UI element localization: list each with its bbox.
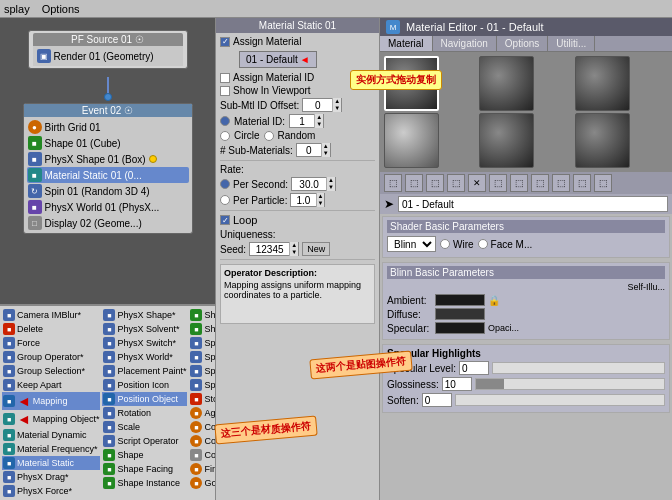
op-physx-drag[interactable]: ■ PhysX Drag* <box>2 470 100 484</box>
op-rotation[interactable]: ■ Rotation <box>102 406 187 420</box>
mat-id-arrows[interactable]: ▲ ▼ <box>314 114 323 128</box>
show-viewport-checkbox[interactable] <box>220 86 230 96</box>
seed-spin[interactable]: 12345 ▲ ▼ <box>249 242 299 256</box>
toolbar-btn-9[interactable]: ⬚ <box>552 174 570 192</box>
menu-splay[interactable]: splay <box>4 3 30 15</box>
mat-name-input[interactable] <box>398 196 668 212</box>
spin-down[interactable]: ▼ <box>333 105 341 112</box>
op-script-operator[interactable]: ■ Script Operator <box>102 434 187 448</box>
op-material-static[interactable]: ■ Material Static <box>2 456 100 470</box>
spec-level-input[interactable] <box>459 361 489 375</box>
op-physx-shape[interactable]: ■ PhysX Shape* <box>102 308 187 322</box>
op-scale[interactable]: ■ Scale <box>102 420 187 434</box>
toolbar-btn-1[interactable]: ⬚ <box>384 174 402 192</box>
random-radio[interactable] <box>264 131 274 141</box>
ambient-swatch[interactable] <box>435 294 485 306</box>
op-shape-plus[interactable]: ■ Shape Plus* <box>189 322 215 336</box>
op-group-operator[interactable]: ■ Group Operator* <box>2 350 100 364</box>
event-node[interactable]: Event 02 ☉ ● Birth Grid 01 ■ Shape 01 (C… <box>23 103 193 234</box>
per-second-radio[interactable] <box>220 179 230 189</box>
assign-material-checkbox[interactable]: ✓ <box>220 37 230 47</box>
per-particle-up[interactable]: ▲ <box>317 193 325 200</box>
toolbar-btn-10[interactable]: ⬚ <box>573 174 591 192</box>
assign-btn[interactable]: 01 - Default ◄ <box>239 51 317 68</box>
sub-materials-spin[interactable]: 0 ▲ ▼ <box>296 143 331 157</box>
soften-slider[interactable] <box>455 394 665 406</box>
sub-materials-arrows[interactable]: ▲ ▼ <box>321 143 330 157</box>
per-particle-down[interactable]: ▼ <box>317 200 325 207</box>
new-button[interactable]: New <box>302 242 330 256</box>
op-shape-facing[interactable]: ■ Shape Facing <box>102 462 187 476</box>
sphere-6[interactable] <box>575 113 630 168</box>
op-physx-solvent[interactable]: ■ PhysX Solvent* <box>102 322 187 336</box>
op-keep-apart[interactable]: ■ Keep Apart <box>2 378 100 392</box>
op-stop[interactable]: ■ Stop* <box>189 392 215 406</box>
tab-navigation[interactable]: Navigation <box>433 36 497 51</box>
loop-checkbox[interactable]: ✓ <box>220 215 230 225</box>
mat-id-down[interactable]: ▼ <box>315 121 323 128</box>
seed-arrows[interactable]: ▲ ▼ <box>289 242 298 256</box>
op-speed[interactable]: ■ Speed <box>189 336 215 350</box>
material-static-row[interactable]: ■ Material Static 01 (0... <box>27 167 189 183</box>
mat-id-spin[interactable]: 1 ▲ ▼ <box>289 114 324 128</box>
op-age-test[interactable]: ■ Age Test <box>189 406 215 420</box>
circle-radio[interactable] <box>220 131 230 141</box>
toolbar-btn-3[interactable]: ⬚ <box>426 174 444 192</box>
op-shape-instance[interactable]: ■ Shape Instance <box>102 476 187 490</box>
sub-mat-down[interactable]: ▼ <box>322 150 330 157</box>
op-force[interactable]: ■ Force <box>2 336 100 350</box>
op-delete[interactable]: ■ Delete <box>2 322 100 336</box>
op-placement-paint[interactable]: ■ Placement Paint* <box>102 364 187 378</box>
shader-select[interactable]: Blinn <box>387 236 436 252</box>
op-position-object[interactable]: ■ Position Object <box>102 392 187 406</box>
op-copy-out[interactable]: ■ Copy Out* <box>189 448 215 462</box>
op-physx-force[interactable]: ■ PhysX Force* <box>2 484 100 498</box>
tab-options[interactable]: Options <box>497 36 548 51</box>
op-material-frequency[interactable]: ■ Material Frequency* <box>2 442 100 456</box>
op-mapping[interactable]: ■ ◄ Mapping <box>2 392 100 410</box>
toolbar-btn-8[interactable]: ⬚ <box>531 174 549 192</box>
op-physx-world[interactable]: ■ PhysX World* <box>102 350 187 364</box>
menu-options[interactable]: Options <box>42 3 80 15</box>
sphere-3[interactable] <box>575 56 630 111</box>
sub-mat-up[interactable]: ▲ <box>322 143 330 150</box>
seed-up[interactable]: ▲ <box>290 242 298 249</box>
op-go-to-rotation[interactable]: ■ Go To Rotation <box>189 476 215 490</box>
op-position-icon[interactable]: ■ Position Icon <box>102 378 187 392</box>
sphere-5[interactable] <box>479 113 534 168</box>
specular-swatch[interactable] <box>435 322 485 334</box>
tab-utilities[interactable]: Utiliti... <box>548 36 595 51</box>
sphere-4[interactable] <box>384 113 439 168</box>
sphere-2[interactable] <box>479 56 534 111</box>
op-group-selection[interactable]: ■ Group Selection* <box>2 364 100 378</box>
op-physx-switch[interactable]: ■ PhysX Switch* <box>102 336 187 350</box>
sub-mtl-offset-spin[interactable]: 0 ▲ ▼ <box>302 98 342 112</box>
op-collision-spawn[interactable]: ■ Collision Spawn <box>189 434 215 448</box>
assign-mat-id-checkbox[interactable] <box>220 73 230 83</box>
op-find-target[interactable]: ■ Find Target <box>189 462 215 476</box>
op-shape[interactable]: ■ Shape <box>102 448 187 462</box>
per-second-down[interactable]: ▼ <box>327 184 335 191</box>
op-collision[interactable]: ■ Collision <box>189 420 215 434</box>
glossiness-input[interactable] <box>442 377 472 391</box>
face-radio[interactable] <box>478 239 488 249</box>
op-shape-mark[interactable]: ■ Shape Mark <box>189 308 215 322</box>
sphere-1[interactable] <box>384 56 439 111</box>
per-second-arrows[interactable]: ▲ ▼ <box>326 177 335 191</box>
toolbar-btn-7[interactable]: ⬚ <box>510 174 528 192</box>
per-particle-radio[interactable] <box>220 195 230 205</box>
diffuse-swatch[interactable] <box>435 308 485 320</box>
op-speed-by-surface[interactable]: ■ Speed By Surface <box>189 364 215 378</box>
op-speed-by-icon[interactable]: ■ Speed By Icon <box>189 350 215 364</box>
toolbar-btn-5[interactable]: ✕ <box>468 174 486 192</box>
op-mapping-object[interactable]: ■ ◄ Mapping Object* <box>2 410 100 428</box>
mat-id-up[interactable]: ▲ <box>315 114 323 121</box>
tab-material[interactable]: Material <box>380 36 433 51</box>
toolbar-btn-6[interactable]: ⬚ <box>489 174 507 192</box>
wire-radio[interactable] <box>440 239 450 249</box>
toolbar-btn-4[interactable]: ⬚ <box>447 174 465 192</box>
soften-input[interactable] <box>422 393 452 407</box>
per-particle-spin[interactable]: 1.0 ▲ ▼ <box>290 193 325 207</box>
glossiness-slider[interactable] <box>475 378 665 390</box>
op-camera-imblur[interactable]: ■ Camera IMBlur* <box>2 308 100 322</box>
